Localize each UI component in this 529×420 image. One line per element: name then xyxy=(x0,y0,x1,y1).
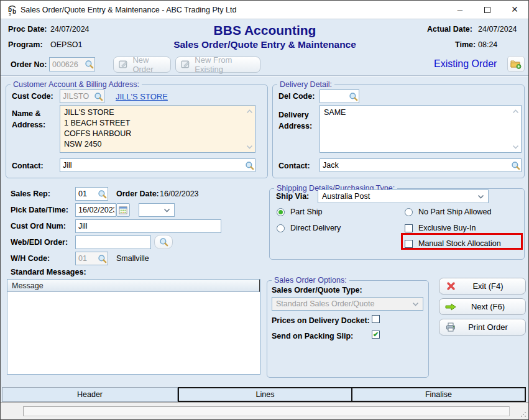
scroll-down-icon[interactable] xyxy=(246,142,253,151)
pick-date-input[interactable] xyxy=(76,206,116,214)
search-icon[interactable] xyxy=(98,254,107,263)
direct-delivery-option[interactable]: Direct Delivery xyxy=(277,224,341,232)
delivery-contact-field[interactable] xyxy=(320,158,522,172)
customer-name-link[interactable]: JILL'S STORE xyxy=(116,92,168,101)
billing-contact-input[interactable] xyxy=(60,161,244,170)
new-from-existing-button[interactable]: New From Existing xyxy=(175,57,260,73)
svg-text:s: s xyxy=(9,11,11,16)
delivery-address-text: SAME xyxy=(320,106,521,120)
order-no-field[interactable] xyxy=(49,57,95,71)
tab-header[interactable]: Header xyxy=(2,387,178,402)
next-icon xyxy=(439,303,462,311)
options-legend: Sales Order Options: xyxy=(272,276,349,285)
program-value: OEPSO1 xyxy=(50,40,82,49)
title-bar: b s b Sales Order/Quote Entry & Maintena… xyxy=(1,1,528,19)
billing-contact-label: Contact: xyxy=(12,162,44,170)
order-date-value: 16/02/2023 xyxy=(160,189,199,198)
order-type-value: Standard Sales Order/Quote xyxy=(276,299,374,308)
name-address-box[interactable]: JILL'S STORE 1 BEACH STREET COFFS HARBOU… xyxy=(60,105,255,153)
delivery-contact-input[interactable] xyxy=(320,161,510,170)
web-edi-search-button[interactable] xyxy=(154,235,173,249)
no-part-ship-radio[interactable] xyxy=(405,208,413,216)
prices-docket-checkbox[interactable] xyxy=(372,315,380,323)
messages-list[interactable]: Message xyxy=(7,279,260,375)
search-icon[interactable] xyxy=(98,189,107,199)
order-no-input[interactable] xyxy=(50,60,83,69)
app-subtitle: Sales Order/Quote Entry & Maintenance xyxy=(125,39,405,50)
delivery-address-box[interactable]: SAME xyxy=(320,105,522,153)
exclusive-buyin-option[interactable]: Exclusive Buy-In xyxy=(405,224,476,232)
folder-plus-icon xyxy=(510,59,522,69)
ship-via-select[interactable]: Australia Post xyxy=(318,189,489,203)
web-edi-input[interactable] xyxy=(76,238,150,247)
maximize-icon xyxy=(484,7,490,13)
messages-column-header[interactable]: Message xyxy=(7,280,260,292)
close-button[interactable]: × xyxy=(501,1,528,19)
tab-header-label: Header xyxy=(77,390,103,399)
chevron-down-icon xyxy=(477,194,484,199)
part-ship-label: Part Ship xyxy=(290,208,322,216)
cust-ord-num-label: Cust Ord Num: xyxy=(11,222,66,231)
wh-code-field[interactable] xyxy=(75,252,108,265)
sales-rep-label: Sales Rep: xyxy=(11,189,50,198)
cust-code-field[interactable] xyxy=(60,89,104,103)
customer-legend: Customer Account & Billing Address: xyxy=(11,80,142,89)
print-button[interactable]: Print Order xyxy=(439,319,526,336)
delivery-contact-label: Contact: xyxy=(278,162,310,170)
resize-grip[interactable] xyxy=(520,411,527,418)
packing-slip-checkbox[interactable]: ✔ xyxy=(372,331,380,339)
tab-finalise[interactable]: Finalise xyxy=(351,387,526,402)
order-type-select[interactable]: Standard Sales Order/Quote xyxy=(272,297,423,311)
no-part-ship-label: No Part Ship Allowed xyxy=(418,208,491,216)
scroll-down-icon[interactable] xyxy=(512,142,519,151)
wh-code-input[interactable] xyxy=(76,254,96,263)
cust-ord-num-input[interactable] xyxy=(76,222,221,231)
pick-date-field[interactable] xyxy=(75,203,116,217)
web-edi-field[interactable] xyxy=(75,235,151,249)
standard-messages-label: Standard Messages: xyxy=(11,268,86,276)
prices-docket-label: Prices on Delivery Docket: xyxy=(272,316,370,325)
search-icon[interactable] xyxy=(94,92,103,101)
billing-contact-field[interactable] xyxy=(60,158,255,172)
del-code-field[interactable] xyxy=(320,89,359,103)
time-value: 08:24 xyxy=(478,40,497,49)
tab-lines[interactable]: Lines xyxy=(178,387,352,402)
sales-rep-input[interactable] xyxy=(76,189,96,198)
pick-time-select[interactable] xyxy=(139,203,175,217)
search-icon[interactable] xyxy=(511,161,520,170)
minimize-button[interactable]: – xyxy=(446,1,474,19)
cust-code-label: Cust Code: xyxy=(12,92,53,101)
calendar-icon xyxy=(119,206,128,215)
scroll-up-icon[interactable] xyxy=(246,107,253,116)
sales-rep-field[interactable] xyxy=(75,187,108,201)
part-ship-radio[interactable] xyxy=(277,208,285,216)
svg-text:b: b xyxy=(12,8,16,15)
cust-ord-num-field[interactable] xyxy=(75,219,221,233)
open-existing-order-button[interactable] xyxy=(507,56,525,72)
ship-via-label: Ship Via: xyxy=(276,192,309,201)
del-code-input[interactable] xyxy=(320,92,347,101)
manual-stock-option[interactable]: Manual Stock Allocation xyxy=(405,239,501,248)
new-order-button[interactable]: New Order xyxy=(113,57,171,73)
web-edi-label: Web/EDI Order: xyxy=(11,238,68,247)
cust-code-input[interactable] xyxy=(60,92,93,101)
next-button[interactable]: Next (F6) xyxy=(439,298,526,315)
del-code-label: Del Code: xyxy=(278,92,315,101)
exclusive-buyin-checkbox[interactable] xyxy=(405,224,413,232)
exit-button[interactable]: Exit (F4) xyxy=(439,278,526,294)
manual-stock-label: Manual Stock Allocation xyxy=(418,239,501,248)
search-icon[interactable] xyxy=(349,92,358,101)
packing-slip-label: Send on Packing Slip: xyxy=(272,332,353,340)
maximize-button[interactable] xyxy=(474,1,501,19)
search-icon[interactable] xyxy=(245,161,254,170)
part-ship-option[interactable]: Part Ship xyxy=(277,208,322,216)
direct-delivery-radio[interactable] xyxy=(277,224,285,232)
search-icon[interactable] xyxy=(85,60,94,69)
manual-stock-checkbox[interactable] xyxy=(405,240,413,248)
calendar-button[interactable] xyxy=(116,203,130,217)
app-window: b s b Sales Order/Quote Entry & Maintena… xyxy=(0,0,529,420)
no-part-ship-option[interactable]: No Part Ship Allowed xyxy=(405,208,491,216)
search-icon xyxy=(159,237,168,247)
scroll-up-icon[interactable] xyxy=(512,107,519,116)
wh-code-label: W/H Code: xyxy=(11,254,50,263)
